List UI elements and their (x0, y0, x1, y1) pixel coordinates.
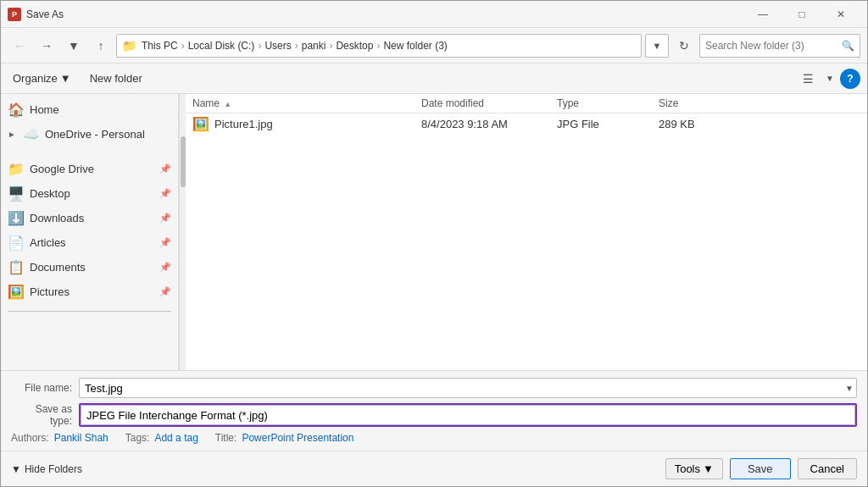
bottom-form: File name: ▼ Save as type: JPEG File Int… (1, 370, 867, 451)
sidebar-item-articles[interactable]: 📄 Articles 📌 (1, 230, 178, 255)
authors-value[interactable]: Pankil Shah (54, 432, 108, 444)
sidebar-item-desktop[interactable]: 🖥️ Desktop 📌 (1, 181, 178, 206)
title-bar-left: P Save As (8, 8, 64, 21)
pin-icon-desktop: 📌 (159, 188, 171, 199)
new-folder-button[interactable]: New folder (83, 69, 149, 87)
file-date: 8/4/2023 9:18 AM (415, 118, 550, 130)
close-button[interactable]: ✕ (821, 1, 860, 28)
pin-icon-documents: 📌 (159, 262, 171, 273)
articles-icon: 📄 (8, 235, 25, 251)
help-button[interactable]: ? (840, 69, 860, 89)
hide-folders-button[interactable]: ▼ Hide Folders (11, 463, 82, 475)
title-label: Title: (215, 432, 237, 444)
sidebar-item-home[interactable]: 🏠 Home (1, 97, 178, 122)
pin-icon-downloads: 📌 (159, 213, 171, 224)
column-header-name[interactable]: Name ▲ (186, 97, 415, 109)
tags-value[interactable]: Add a tag (154, 432, 198, 444)
filename-input[interactable] (79, 378, 857, 398)
breadcrumb-dropdown-button[interactable]: ▼ (645, 34, 669, 58)
column-header-type[interactable]: Type (550, 97, 652, 109)
folder-icon: 📁 (122, 39, 136, 53)
sidebar-item-downloads[interactable]: ⬇️ Downloads 📌 (1, 206, 178, 230)
filename-label: File name: (11, 382, 79, 394)
google-drive-icon: 📁 (8, 161, 25, 177)
sidebar-label-onedrive: OneDrive - Personal (45, 128, 171, 141)
recent-locations-button[interactable]: ▼ (62, 34, 86, 58)
sidebar-label-home: Home (30, 103, 171, 116)
title-value[interactable]: PowerPoint Presentation (242, 432, 353, 444)
downloads-icon: ⬇️ (8, 210, 25, 226)
file-size: 289 KB (652, 118, 737, 130)
sidebar-label-pictures: Pictures (30, 285, 154, 298)
maximize-button[interactable]: □ (782, 1, 821, 28)
forward-button[interactable]: → (35, 34, 58, 58)
sidebar-label-google-drive: Google Drive (30, 163, 154, 175)
back-button[interactable]: ← (8, 34, 31, 58)
sidebar-item-onedrive[interactable]: ► ☁️ OneDrive - Personal (1, 122, 178, 147)
file-name: Picture1.jpg (214, 118, 273, 130)
title-bar: P Save As — □ ✕ (1, 1, 867, 28)
breadcrumb-new-folder[interactable]: New folder (3) (383, 40, 447, 52)
file-icon: 🖼️ (192, 116, 209, 132)
breadcrumb-users[interactable]: Users (264, 40, 291, 52)
onedrive-icon: ☁️ (23, 126, 40, 142)
breadcrumb-this-pc[interactable]: This PC (142, 40, 178, 52)
tools-button[interactable]: Tools ▼ (665, 458, 723, 479)
tags-label: Tags: (125, 432, 150, 444)
metadata-row: Authors: Pankil Shah Tags: Add a tag Tit… (11, 432, 857, 444)
sidebar-item-google-drive[interactable]: 📁 Google Drive 📌 (1, 157, 178, 181)
save-as-dialog: P Save As — □ ✕ ← → ▼ ↑ 📁 This PC › Loca… (0, 0, 868, 487)
breadcrumb-local-disk[interactable]: Local Disk (C:) (188, 40, 255, 52)
refresh-button[interactable]: ↻ (672, 34, 696, 58)
savetype-row: Save as type: JPEG File Interchange Form… (11, 403, 857, 427)
search-icon: 🔍 (842, 40, 854, 52)
breadcrumb[interactable]: 📁 This PC › Local Disk (C:) › Users › pa… (116, 34, 642, 58)
save-button[interactable]: Save (730, 458, 791, 479)
up-button[interactable]: ↑ (89, 34, 113, 58)
sidebar-scrollbar[interactable] (179, 94, 186, 370)
tools-dropdown-icon: ▼ (703, 462, 714, 475)
window-controls: — □ ✕ (743, 1, 860, 28)
cancel-button[interactable]: Cancel (798, 458, 857, 479)
chevron-down-icon: ▼ (11, 463, 21, 475)
table-row[interactable]: 🖼️ Picture1.jpg 8/4/2023 9:18 AM JPG Fil… (186, 113, 867, 135)
sidebar-label-desktop: Desktop (30, 187, 154, 200)
filename-row: File name: ▼ (11, 378, 857, 398)
pictures-icon: 🖼️ (8, 284, 25, 300)
file-list-header: Name ▲ Date modified Type Size (186, 94, 867, 113)
pin-icon-pictures: 📌 (159, 286, 171, 297)
file-list: 🖼️ Picture1.jpg 8/4/2023 9:18 AM JPG Fil… (186, 113, 867, 370)
search-input[interactable] (705, 40, 838, 52)
home-icon: 🏠 (8, 102, 25, 118)
action-bar: ▼ Hide Folders Tools ▼ Save Cancel (1, 451, 867, 486)
savetype-select[interactable]: JPEG File Interchange Format (*.jpg)PNG … (81, 405, 855, 425)
file-area: Name ▲ Date modified Type Size 🖼️ Pic (186, 94, 867, 370)
view-button[interactable]: ☰ (796, 67, 820, 91)
breadcrumb-desktop[interactable]: Desktop (336, 40, 373, 52)
address-bar: ← → ▼ ↑ 📁 This PC › Local Disk (C:) › Us… (1, 28, 867, 64)
expand-arrow-onedrive: ► (8, 130, 18, 139)
savetype-label: Save as type: (11, 403, 79, 427)
desktop-icon: 🖥️ (8, 185, 25, 202)
pin-icon-articles: 📌 (159, 237, 171, 248)
sidebar-item-documents[interactable]: 📋 Documents 📌 (1, 255, 178, 279)
app-icon: P (8, 8, 21, 21)
sidebar-label-documents: Documents (30, 261, 154, 274)
toolbar: Organize ▼ New folder ☰ ▼ ? (1, 64, 867, 94)
organize-button[interactable]: Organize ▼ (8, 69, 76, 87)
action-buttons: Tools ▼ Save Cancel (665, 458, 857, 479)
sidebar-divider (8, 311, 171, 312)
sidebar-container: 🏠 Home ► ☁️ OneDrive - Personal 📁 Google… (1, 94, 186, 370)
sort-indicator: ▲ (224, 100, 231, 108)
view-dropdown-icon[interactable]: ▼ (823, 67, 837, 91)
column-header-date[interactable]: Date modified (415, 97, 550, 109)
sidebar-label-articles: Articles (30, 236, 154, 249)
column-header-size[interactable]: Size (652, 97, 737, 109)
pin-icon-google-drive: 📌 (159, 163, 171, 174)
organize-dropdown-icon: ▼ (60, 72, 71, 85)
sidebar-item-pictures[interactable]: 🖼️ Pictures 📌 (1, 279, 178, 304)
file-type: JPG File (550, 118, 652, 130)
minimize-button[interactable]: — (743, 1, 782, 28)
authors-label: Authors: (11, 432, 49, 444)
breadcrumb-panki[interactable]: panki (302, 40, 326, 52)
